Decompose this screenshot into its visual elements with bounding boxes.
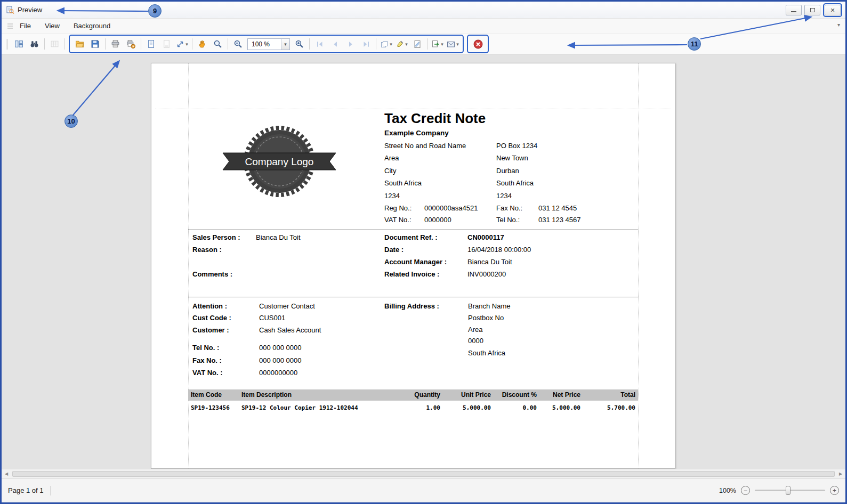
save-icon — [91, 39, 100, 48]
col-unit-price: Unit Price — [444, 391, 491, 399]
preview-area: Company Logo Tax Credit Note Example Com… — [2, 55, 845, 478]
hand-icon — [198, 39, 207, 48]
address-line: Area — [384, 154, 399, 162]
quick-print-button[interactable] — [123, 37, 139, 51]
address-line: 1234 — [496, 192, 512, 200]
document-map-button[interactable] — [11, 37, 27, 51]
export-button[interactable]: ▾ — [430, 37, 445, 51]
date-label: Date : — [384, 246, 404, 254]
chevron-down-icon: ▾ — [456, 42, 459, 47]
vat-no-value: 0000000 — [424, 216, 451, 224]
last-page-button[interactable] — [358, 37, 374, 51]
zoom-combobox[interactable]: 100 % ▾ — [247, 38, 290, 50]
menu-grip-icon — [7, 23, 13, 29]
annotation-box-close-preview — [467, 35, 489, 53]
menu-file[interactable]: File — [20, 22, 31, 30]
scrollbar-thumb[interactable] — [12, 471, 835, 477]
margin-guide-top — [155, 109, 671, 109]
first-page-button[interactable] — [312, 37, 327, 51]
scroll-right-icon[interactable]: ▶ — [836, 472, 845, 476]
hand-tool-button[interactable] — [195, 37, 210, 51]
open-button[interactable] — [72, 37, 87, 51]
scale-button[interactable]: ▾ — [174, 37, 190, 51]
customer-label: Customer : — [192, 326, 229, 334]
window-title: Preview — [18, 6, 42, 14]
col-discount: Discount % — [489, 391, 537, 399]
account-manager-value: Bianca Du Toit — [467, 258, 512, 266]
previous-page-button[interactable] — [327, 37, 343, 51]
fax-no-label: Fax No.: — [496, 204, 522, 212]
search-button[interactable] — [27, 37, 42, 51]
preview-app-icon — [6, 6, 14, 14]
multiple-pages-icon — [380, 40, 389, 48]
cell-quantity: 1.00 — [391, 404, 440, 411]
toolbar-options-dropdown[interactable]: ▾ — [837, 22, 840, 28]
zoom-in-button[interactable] — [292, 37, 307, 51]
print-button[interactable] — [108, 37, 123, 51]
scroll-left-icon[interactable]: ◀ — [2, 472, 11, 476]
sales-person-value: Bianca Du Toit — [256, 233, 301, 241]
toolbar-separator — [427, 38, 427, 50]
email-icon — [447, 40, 455, 48]
billing-line: Area — [468, 326, 482, 334]
save-button[interactable] — [87, 37, 103, 51]
billing-line: 0000 — [468, 337, 483, 345]
minus-icon: − — [744, 487, 747, 494]
plus-icon: + — [833, 487, 836, 494]
section-divider — [188, 230, 638, 230]
preview-window: Preview × File View Background ▾ — [0, 0, 847, 504]
next-page-icon — [346, 40, 355, 48]
zoom-slider-thumb[interactable] — [786, 486, 790, 495]
close-button[interactable]: × — [825, 5, 841, 15]
close-preview-button[interactable] — [470, 37, 486, 51]
chevron-down-icon: ▾ — [284, 42, 287, 47]
annotation-box-toolbar: ▾ — [69, 35, 464, 53]
attention-value: Customer Contact — [259, 302, 315, 310]
zoom-dropdown-button[interactable]: ▾ — [281, 39, 289, 50]
minimize-button[interactable] — [786, 5, 802, 15]
horizontal-scrollbar[interactable]: ◀ ▶ — [2, 469, 845, 478]
document-page: Company Logo Tax Credit Note Example Com… — [151, 63, 675, 469]
chevron-down-icon: ▾ — [441, 42, 443, 47]
multiple-pages-button[interactable]: ▾ — [378, 37, 394, 51]
zoom-slider[interactable] — [755, 486, 825, 495]
reason-label: Reason : — [192, 246, 222, 254]
magnifier-button[interactable] — [210, 37, 225, 51]
address-line: PO Box 1234 — [496, 142, 537, 150]
callout-badge-10: 10 — [64, 115, 78, 128]
company-logo: Company Logo — [220, 122, 339, 203]
items-table-header: Item Code Item Description Quantity Unit… — [188, 389, 638, 401]
toolbar-separator — [105, 38, 106, 50]
next-page-button[interactable] — [343, 37, 358, 51]
toolbar-grip — [6, 39, 8, 50]
company-logo-text: Company Logo — [245, 156, 314, 167]
col-total: Total — [593, 391, 635, 399]
reg-no-value: 0000000asa4521 — [424, 204, 478, 212]
watermark-button[interactable] — [409, 37, 425, 51]
maximize-button[interactable] — [804, 5, 820, 15]
col-item-code: Item Code — [191, 391, 222, 399]
callout-badge-9: 9 — [148, 4, 162, 18]
page-setup-button[interactable] — [143, 37, 159, 51]
cust-tel-value: 000 000 0000 — [259, 344, 302, 352]
cust-fax-value: 000 000 0000 — [259, 356, 302, 364]
document-ref-label: Document Ref. : — [384, 233, 438, 241]
sales-person-label: Sales Person : — [192, 233, 240, 241]
tel-no-value: 031 123 4567 — [538, 216, 581, 224]
zoom-decrease-button[interactable]: − — [741, 486, 750, 495]
toolbar-separator — [309, 38, 310, 50]
page-color-button[interactable]: ▾ — [394, 37, 409, 51]
editing-fields-button[interactable] — [47, 37, 62, 51]
menu-view[interactable]: View — [45, 22, 60, 30]
menu-background[interactable]: Background — [74, 22, 110, 30]
zoom-increase-button[interactable]: + — [830, 486, 839, 495]
chevron-down-icon: ▾ — [390, 42, 392, 47]
billing-line: South Africa — [468, 349, 505, 357]
zoom-out-button[interactable] — [230, 37, 246, 51]
header-footer-button[interactable] — [159, 37, 174, 51]
toolbar: ▾ — [2, 34, 845, 55]
email-button[interactable]: ▾ — [445, 37, 461, 51]
annotation-box-close-window: × — [823, 3, 842, 17]
vat-no-label: VAT No.: — [384, 216, 412, 224]
toolbar-separator — [228, 38, 228, 50]
